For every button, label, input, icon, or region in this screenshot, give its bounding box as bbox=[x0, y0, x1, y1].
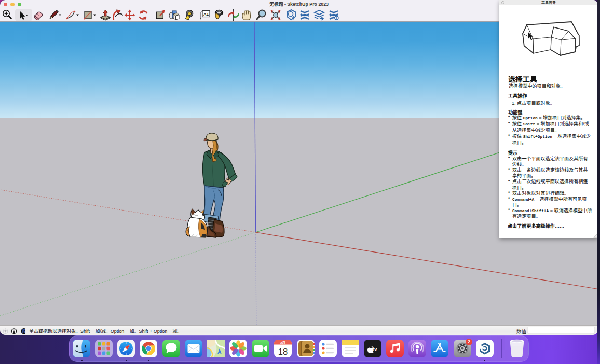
svg-text:18: 18 bbox=[278, 347, 288, 356]
svg-text:2月: 2月 bbox=[281, 341, 285, 344]
svg-text:?: ? bbox=[22, 328, 25, 333]
svg-text:tv: tv bbox=[372, 346, 377, 352]
svg-text:A1: A1 bbox=[203, 12, 209, 17]
